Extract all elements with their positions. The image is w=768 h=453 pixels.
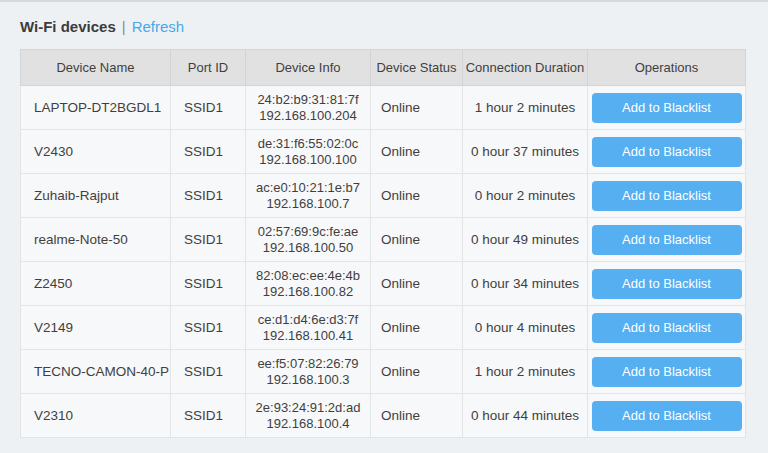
device-name: V2430 (21, 130, 171, 174)
column-header-device-status: Device Status (371, 50, 463, 86)
operations-cell: Add to Blacklist (588, 350, 746, 394)
mac-address: de:31:f6:55:02:0c (246, 136, 370, 152)
wifi-devices-page: Wi-Fi devices | Refresh Device Name Port… (0, 18, 768, 438)
table-row: Z2450 SSID1 82:08:ec:ee:4e:4b 192.168.10… (21, 262, 746, 306)
device-name: TECNO-CAMON-40-P (21, 350, 171, 394)
operations-cell: Add to Blacklist (588, 174, 746, 218)
ip-address: 192.168.100.50 (246, 240, 370, 256)
column-header-device-info: Device Info (246, 50, 371, 86)
device-name: V2310 (21, 394, 171, 438)
device-info: ce:d1:d4:6e:d3:7f 192.168.100.41 (246, 306, 371, 350)
ip-address: 192.168.100.41 (246, 328, 370, 344)
port-id: SSID1 (171, 86, 246, 130)
ip-address: 192.168.100.82 (246, 284, 370, 300)
device-status: Online (371, 394, 463, 438)
device-status: Online (371, 262, 463, 306)
table-row: realme-Note-50 SSID1 02:57:69:9c:fe:ae 1… (21, 218, 746, 262)
device-status: Online (371, 218, 463, 262)
mac-address: ee:f5:07:82:26:79 (246, 356, 370, 372)
port-id: SSID1 (171, 218, 246, 262)
connection-duration: 0 hour 34 minutes (463, 262, 588, 306)
device-info: 24:b2:b9:31:81:7f 192.168.100.204 (246, 86, 371, 130)
add-to-blacklist-button[interactable]: Add to Blacklist (592, 357, 742, 387)
mac-address: ac:e0:10:21:1e:b7 (246, 180, 370, 196)
ip-address: 192.168.100.7 (246, 196, 370, 212)
column-header-connection-duration: Connection Duration (463, 50, 588, 86)
add-to-blacklist-button[interactable]: Add to Blacklist (592, 269, 742, 299)
add-to-blacklist-button[interactable]: Add to Blacklist (592, 181, 742, 211)
port-id: SSID1 (171, 306, 246, 350)
connection-duration: 0 hour 37 minutes (463, 130, 588, 174)
title-separator: | (122, 18, 126, 35)
device-status: Online (371, 130, 463, 174)
refresh-link[interactable]: Refresh (132, 18, 185, 35)
operations-cell: Add to Blacklist (588, 130, 746, 174)
table-row: V2310 SSID1 2e:93:24:91:2d:ad 192.168.10… (21, 394, 746, 438)
connection-duration: 1 hour 2 minutes (463, 86, 588, 130)
device-info: ee:f5:07:82:26:79 192.168.100.3 (246, 350, 371, 394)
device-info: 02:57:69:9c:fe:ae 192.168.100.50 (246, 218, 371, 262)
mac-address: 02:57:69:9c:fe:ae (246, 224, 370, 240)
operations-cell: Add to Blacklist (588, 218, 746, 262)
table-row: V2430 SSID1 de:31:f6:55:02:0c 192.168.10… (21, 130, 746, 174)
table-row: LAPTOP-DT2BGDL1 SSID1 24:b2:b9:31:81:7f … (21, 86, 746, 130)
titlebar: Wi-Fi devices | Refresh (20, 18, 768, 35)
column-header-device-name: Device Name (21, 50, 171, 86)
table-row: TECNO-CAMON-40-P SSID1 ee:f5:07:82:26:79… (21, 350, 746, 394)
port-id: SSID1 (171, 130, 246, 174)
mac-address: 82:08:ec:ee:4e:4b (246, 268, 370, 284)
column-header-operations: Operations (588, 50, 746, 86)
operations-cell: Add to Blacklist (588, 262, 746, 306)
add-to-blacklist-button[interactable]: Add to Blacklist (592, 313, 742, 343)
table-row: V2149 SSID1 ce:d1:d4:6e:d3:7f 192.168.10… (21, 306, 746, 350)
port-id: SSID1 (171, 394, 246, 438)
device-status: Online (371, 306, 463, 350)
top-edge-divider (0, 0, 768, 2)
operations-cell: Add to Blacklist (588, 306, 746, 350)
operations-cell: Add to Blacklist (588, 394, 746, 438)
mac-address: ce:d1:d4:6e:d3:7f (246, 312, 370, 328)
add-to-blacklist-button[interactable]: Add to Blacklist (592, 93, 742, 123)
device-name: V2149 (21, 306, 171, 350)
add-to-blacklist-button[interactable]: Add to Blacklist (592, 401, 742, 431)
column-header-port-id: Port ID (171, 50, 246, 86)
device-info: 82:08:ec:ee:4e:4b 192.168.100.82 (246, 262, 371, 306)
port-id: SSID1 (171, 350, 246, 394)
ip-address: 192.168.100.3 (246, 372, 370, 388)
connection-duration: 0 hour 4 minutes (463, 306, 588, 350)
connection-duration: 0 hour 2 minutes (463, 174, 588, 218)
ip-address: 192.168.100.100 (246, 152, 370, 168)
connection-duration: 0 hour 49 minutes (463, 218, 588, 262)
connection-duration: 1 hour 2 minutes (463, 350, 588, 394)
add-to-blacklist-button[interactable]: Add to Blacklist (592, 137, 742, 167)
device-info: 2e:93:24:91:2d:ad 192.168.100.4 (246, 394, 371, 438)
device-status: Online (371, 350, 463, 394)
add-to-blacklist-button[interactable]: Add to Blacklist (592, 225, 742, 255)
device-name: LAPTOP-DT2BGDL1 (21, 86, 171, 130)
ip-address: 192.168.100.204 (246, 108, 370, 124)
device-status: Online (371, 86, 463, 130)
device-info: de:31:f6:55:02:0c 192.168.100.100 (246, 130, 371, 174)
mac-address: 2e:93:24:91:2d:ad (246, 400, 370, 416)
ip-address: 192.168.100.4 (246, 416, 370, 432)
table-header-row: Device Name Port ID Device Info Device S… (21, 50, 746, 86)
connection-duration: 0 hour 44 minutes (463, 394, 588, 438)
page-title: Wi-Fi devices (20, 18, 116, 35)
port-id: SSID1 (171, 174, 246, 218)
device-name: realme-Note-50 (21, 218, 171, 262)
device-status: Online (371, 174, 463, 218)
device-name: Zuhaib-Rajput (21, 174, 171, 218)
device-info: ac:e0:10:21:1e:b7 192.168.100.7 (246, 174, 371, 218)
mac-address: 24:b2:b9:31:81:7f (246, 92, 370, 108)
table-row: Zuhaib-Rajput SSID1 ac:e0:10:21:1e:b7 19… (21, 174, 746, 218)
device-name: Z2450 (21, 262, 171, 306)
wifi-devices-table: Device Name Port ID Device Info Device S… (20, 49, 746, 438)
port-id: SSID1 (171, 262, 246, 306)
operations-cell: Add to Blacklist (588, 86, 746, 130)
